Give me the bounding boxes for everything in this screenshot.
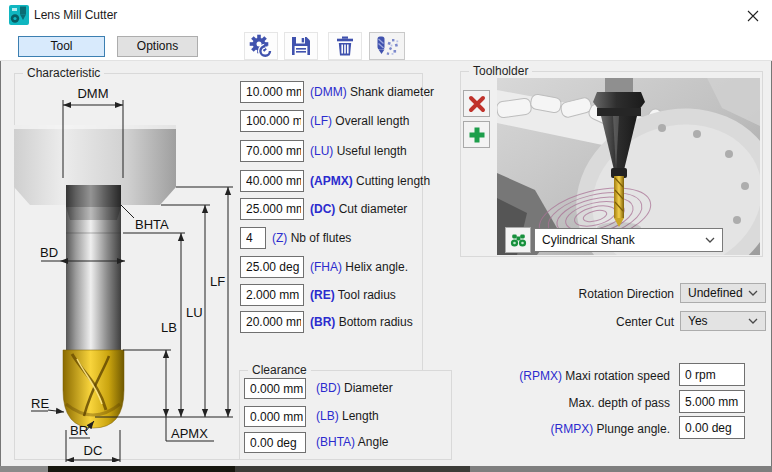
clearance-angle-input[interactable] [244,432,306,453]
app-icon [9,5,29,25]
titlebar: Lens Mill Cutter [0,0,772,30]
cutting-length-label: (APMX) Cutting length [310,174,430,188]
overall-length-input[interactable] [240,110,304,132]
diagram-label-dc: DC [84,443,103,458]
flutes-label: (Z) Nb of flutes [272,231,351,245]
binoculars-icon [510,232,527,248]
center-cut-value: Yes [688,314,708,328]
diagram-label-lb: LB [161,320,177,335]
desktop-background-strip [0,466,772,472]
diagram-label-br: BR [70,423,88,438]
shank-type-select[interactable]: Cylindrical Shank [534,228,723,252]
shank-diameter-label: (DMM) Shank diameter [310,85,434,99]
rotation-direction-select[interactable]: Undefined [680,283,766,303]
cut-diameter-input[interactable] [240,198,304,220]
tab-options[interactable]: Options [117,36,198,57]
clearance-diameter-input[interactable] [244,378,306,399]
clearance-angle-label: (BHTA) Angle [316,435,388,449]
rotation-direction-label: Rotation Direction [460,287,674,301]
rotation-direction-value: Undefined [688,286,743,300]
tool-radius-input[interactable] [240,284,304,306]
maxi-rotation-speed-input[interactable] [679,363,745,386]
bottom-radius-input[interactable] [240,311,304,333]
chevron-down-icon [705,237,715,243]
tool-diagram: DMM BHTA BD LF LU LB RE BR DC APMX [14,74,234,462]
flutes-input[interactable] [240,227,266,249]
maxi-rotation-speed-label: (RPMX) Maxi rotation speed [440,369,670,383]
red-cross-icon [467,94,487,114]
overall-length-label: (LF) Overall length [310,114,409,128]
diagram-label-lf: LF [210,274,225,289]
delete-button[interactable] [328,32,362,60]
clearance-diameter-label: (BD) Diameter [316,381,393,395]
useful-length-input[interactable] [240,140,304,162]
tab-tool[interactable]: Tool [18,36,105,57]
shank-diameter-input[interactable] [240,81,304,103]
machining-button[interactable] [369,32,405,60]
chevron-down-icon [748,318,758,324]
close-button[interactable] [735,1,771,30]
add-toolholder-button[interactable] [463,121,490,148]
gear-refresh-icon [248,33,274,59]
helix-angle-label: (FHA) Helix angle. [310,260,408,274]
recompute-button[interactable] [244,32,278,60]
plunge-angle-input[interactable] [679,416,745,439]
tool-radius-label: (RE) Tool radius [310,288,396,302]
center-cut-label: Center Cut [460,315,674,329]
chevron-down-icon [748,290,758,296]
mill-chips-icon [374,34,400,58]
green-plus-icon [467,125,487,145]
diagram-label-lu: LU [186,305,203,320]
clearance-length-label: (LB) Length [316,409,379,423]
remove-toolholder-button[interactable] [463,90,490,117]
useful-length-label: (LU) Useful length [310,144,407,158]
bottom-radius-label: (BR) Bottom radius [310,315,413,329]
close-icon [747,10,759,22]
diagram-label-bhta: BHTA [135,217,169,232]
clearance-group-label: Clearance [248,363,311,377]
lens-mill-cutter-dialog: Lens Mill Cutter Tool Options [0,0,772,472]
diagram-label-re: RE [31,396,49,411]
diagram-label-apmx: APMX [171,426,208,441]
find-toolholder-button[interactable] [505,227,531,253]
save-button[interactable] [284,32,318,60]
shank-type-value: Cylindrical Shank [542,233,635,247]
helix-angle-input[interactable] [240,256,304,278]
max-depth-of-pass-label: Max. depth of pass [440,396,670,410]
cutting-length-input[interactable] [240,170,304,192]
max-depth-of-pass-input[interactable] [679,390,745,413]
plunge-angle-label: (RMPX) Plunge angle. [440,422,670,436]
diagram-label-dmm: DMM [77,86,108,101]
toolholder-group-label: Toolholder [469,64,532,78]
center-cut-select[interactable]: Yes [680,311,766,331]
trash-icon [333,34,357,58]
diagram-label-bd: BD [40,245,58,260]
window-title: Lens Mill Cutter [34,8,117,22]
cut-diameter-label: (DC) Cut diameter [310,202,407,216]
clearance-length-input[interactable] [244,406,306,427]
floppy-save-icon [289,34,313,58]
